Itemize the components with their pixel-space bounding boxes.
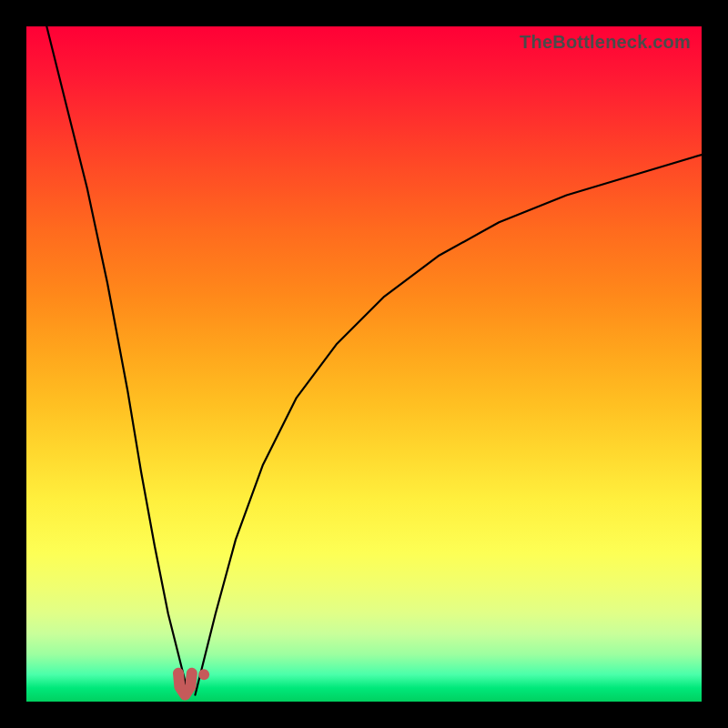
curve-layer [26,26,702,702]
valley-dot [198,669,209,680]
right-curve [196,155,703,695]
left-curve [46,26,188,695]
plot-area: TheBottleneck.com [26,26,702,702]
chart-frame: TheBottleneck.com [0,0,728,728]
